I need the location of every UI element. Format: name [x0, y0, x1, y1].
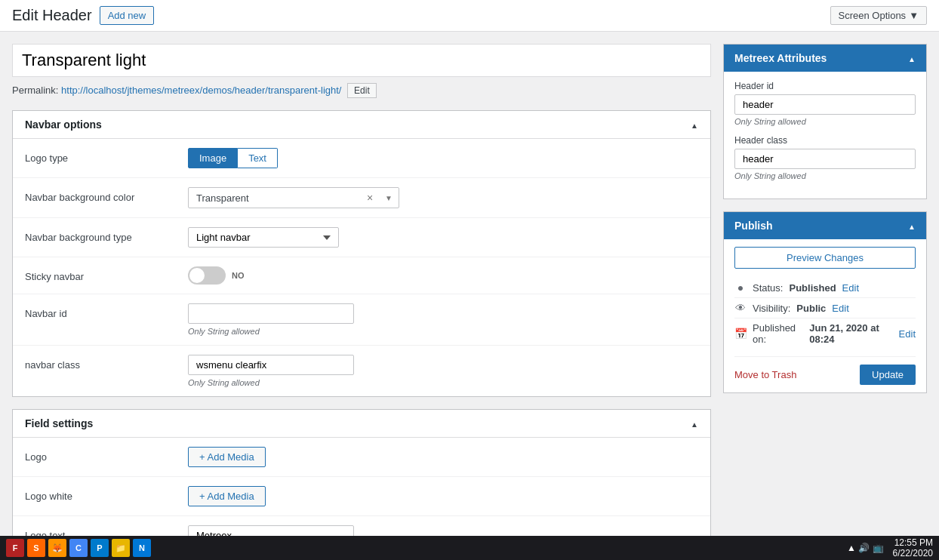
move-to-trash-button[interactable]: Move to Trash	[734, 369, 796, 380]
navbar-id-row: Navbar id Only String allowed	[13, 294, 710, 346]
right-panel: Metreex Attributes Header id Only String…	[723, 44, 927, 560]
navbar-bg-type-control: Light navbar Dark navbar	[188, 227, 698, 248]
navbar-class-control: Only String allowed	[188, 355, 698, 387]
publish-actions: Move to Trash Update	[734, 356, 916, 385]
navbar-id-input[interactable]	[188, 303, 354, 324]
logo-type-text-button[interactable]: Text	[238, 148, 278, 168]
publish-panel-body: Preview Changes ● Status: Published Edit…	[724, 239, 926, 392]
navbar-bg-color-value: Transparent	[189, 189, 361, 208]
logo-type-row: Logo type Image Text	[13, 139, 710, 178]
published-on-value: Jun 21, 2020 at 08:24	[809, 322, 892, 345]
logo-white-control: + Add Media	[188, 486, 698, 506]
taskbar-app4-icon[interactable]: P	[91, 539, 109, 557]
metreex-attributes-collapse-icon	[908, 52, 916, 64]
logo-add-media-button[interactable]: + Add Media	[188, 447, 266, 467]
navbar-bg-color-dropdown-icon[interactable]: ▼	[379, 190, 399, 206]
navbar-options-collapse-icon	[691, 119, 698, 131]
logo-field-control: + Add Media	[188, 447, 698, 467]
navbar-bg-color-clear-button[interactable]: ×	[361, 188, 379, 208]
header-class-hint: Only String allowed	[734, 171, 916, 180]
navbar-class-row: navbar class Only String allowed	[13, 346, 710, 396]
preview-changes-button[interactable]: Preview Changes	[734, 247, 916, 269]
taskbar: F S 🦊 C P 📁 N ▲ 🔊 📺 12:55 PM 6/22/2020	[0, 536, 939, 560]
field-settings-header[interactable]: Field settings	[13, 410, 710, 438]
status-edit-link[interactable]: Edit	[842, 282, 859, 294]
left-panel: Permalink: http://localhost/jthemes/metr…	[12, 44, 711, 560]
navbar-id-hint: Only String allowed	[188, 327, 698, 336]
status-label: Status:	[753, 282, 783, 294]
status-icon: ●	[734, 282, 747, 294]
page-title: Edit Header	[12, 7, 92, 24]
taskbar-app6-icon[interactable]: N	[133, 539, 151, 557]
taskbar-folder-icon[interactable]: 📁	[112, 539, 130, 557]
navbar-options-body: Logo type Image Text Navbar background c…	[13, 139, 710, 396]
permalink-row: Permalink: http://localhost/jthemes/metr…	[12, 83, 711, 98]
publish-info-list: ● Status: Published Edit 👁 Visibility: P…	[734, 278, 916, 349]
post-title-input[interactable]	[12, 44, 711, 77]
header-class-label: Header class	[734, 135, 916, 146]
calendar-icon: 📅	[734, 328, 747, 340]
sticky-navbar-toggle-label: NO	[232, 271, 245, 280]
logo-row: Logo + Add Media	[13, 438, 710, 477]
navbar-bg-color-label: Navbar background color	[25, 187, 176, 203]
logo-white-label: Logo white	[25, 486, 176, 502]
header-id-input[interactable]	[734, 94, 916, 115]
status-item: ● Status: Published Edit	[734, 278, 916, 298]
permalink-url[interactable]: http://localhost/jthemes/metreex/demos/h…	[61, 85, 341, 96]
taskbar-filezilla-icon[interactable]: F	[6, 539, 24, 557]
logo-white-add-media-button[interactable]: + Add Media	[188, 486, 266, 506]
screen-options-label: Screen Options	[839, 10, 907, 21]
taskbar-time-display: 12:55 PM	[893, 537, 933, 548]
metreex-attributes-title: Metreex Attributes	[734, 52, 827, 64]
navbar-id-label: Navbar id	[25, 303, 176, 319]
logo-type-image-button[interactable]: Image	[188, 148, 238, 168]
navbar-class-input[interactable]	[188, 355, 354, 375]
add-new-button[interactable]: Add new	[100, 6, 155, 25]
header-class-input[interactable]	[734, 149, 916, 169]
navbar-bg-type-select[interactable]: Light navbar Dark navbar	[188, 227, 339, 248]
navbar-bg-color-row: Navbar background color Transparent × ▼	[13, 178, 710, 218]
navbar-bg-color-control: Transparent × ▼	[188, 187, 698, 208]
main-content: Permalink: http://localhost/jthemes/metr…	[0, 32, 939, 560]
field-settings-title: Field settings	[25, 417, 93, 429]
navbar-bg-color-select[interactable]: Transparent × ▼	[188, 187, 399, 208]
update-button[interactable]: Update	[860, 365, 916, 385]
publish-panel-header[interactable]: Publish	[724, 212, 926, 239]
published-on-edit-link[interactable]: Edit	[899, 328, 916, 340]
navbar-bg-type-label: Navbar background type	[25, 227, 176, 243]
taskbar-firefox-icon[interactable]: 🦊	[48, 539, 66, 557]
logo-type-btn-group: Image Text	[188, 148, 698, 168]
taskbar-chrome-icon[interactable]: C	[69, 539, 88, 557]
visibility-label: Visibility:	[753, 303, 790, 314]
sticky-navbar-toggle[interactable]	[188, 266, 226, 285]
header-id-label: Header id	[734, 81, 916, 91]
permalink-edit-button[interactable]: Edit	[347, 83, 377, 98]
sticky-navbar-row: Sticky navbar NO	[13, 257, 710, 294]
taskbar-clock: 12:55 PM 6/22/2020	[893, 537, 933, 558]
permalink-label: Permalink:	[12, 85, 58, 96]
publish-panel-title: Publish	[734, 220, 773, 232]
sticky-navbar-control: NO	[188, 266, 698, 285]
visibility-value: Public	[796, 303, 826, 314]
header-class-field: Header class Only String allowed	[734, 135, 916, 180]
navbar-id-control: Only String allowed	[188, 303, 698, 336]
navbar-options-header[interactable]: Navbar options	[13, 111, 710, 139]
visibility-icon: 👁	[734, 302, 747, 314]
metreex-attributes-header[interactable]: Metreex Attributes	[724, 45, 926, 72]
navbar-bg-type-row: Navbar background type Light navbar Dark…	[13, 218, 710, 257]
status-value: Published	[789, 282, 836, 294]
screen-options-button[interactable]: Screen Options ▼	[830, 6, 927, 25]
published-on-label: Published on:	[753, 322, 803, 345]
taskbar-left: F S 🦊 C P 📁 N	[6, 539, 151, 557]
chevron-down-icon: ▼	[909, 10, 919, 21]
publish-panel-collapse-icon	[908, 220, 916, 232]
top-bar: Edit Header Add new Screen Options ▼	[0, 0, 939, 32]
field-settings-collapse-icon	[691, 418, 698, 429]
taskbar-sublime-icon[interactable]: S	[27, 539, 45, 557]
visibility-edit-link[interactable]: Edit	[832, 303, 848, 314]
publish-panel: Publish Preview Changes ● Status: Publis…	[723, 211, 927, 393]
header-id-hint: Only String allowed	[734, 117, 916, 126]
published-on-item: 📅 Published on: Jun 21, 2020 at 08:24 Ed…	[734, 318, 916, 349]
metreex-attributes-panel: Metreex Attributes Header id Only String…	[723, 44, 927, 199]
taskbar-date-display: 6/22/2020	[893, 548, 933, 558]
